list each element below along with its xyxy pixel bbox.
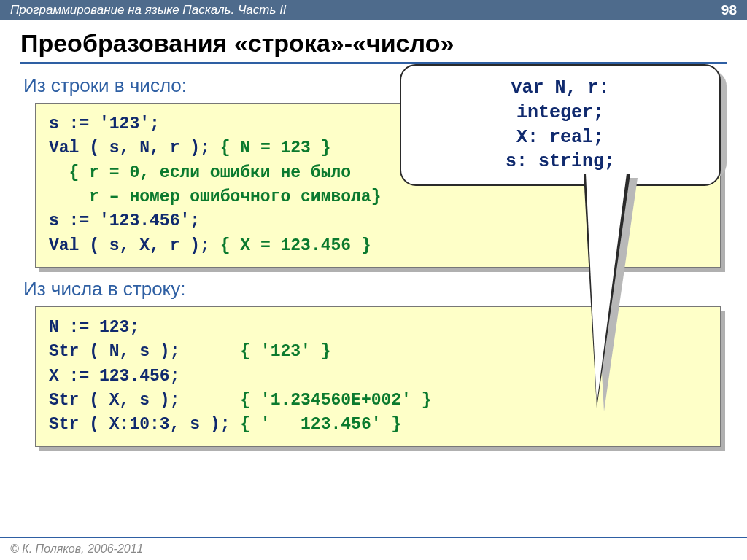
callout-line: var N, r: (416, 76, 705, 101)
callout-line: X: real; (416, 125, 705, 150)
callout: var N, r: integer; X: real; s: string; (400, 64, 728, 186)
callout-line: s: string; (416, 149, 705, 174)
code-comment: { X = 123.456 } (220, 236, 371, 255)
code-line: s := '123.456'; (49, 211, 200, 230)
code-comment: r – номер ошибочного символа} (49, 187, 381, 206)
code-line: , r ); (150, 236, 220, 255)
code-line: X := 123.456; (49, 367, 179, 386)
code-comment: { r = 0, если ошибки не было (49, 163, 351, 182)
code-line: Str ( N, s ); (49, 342, 240, 361)
code-line: Val ( s, (49, 139, 139, 158)
breadcrumb: Программирование на языке Паскаль. Часть… (10, 3, 287, 18)
code-line: , r ); (150, 139, 220, 158)
code-comment: { '123' } (240, 342, 330, 361)
code-comment: { N = 123 } (220, 139, 331, 158)
code-line: Val ( s, (49, 236, 139, 255)
slide-title: Преобразования «строка»-«число» (20, 26, 727, 64)
code-line: Str ( X:10:3, s ); (49, 415, 240, 434)
code-comment: { '1.234560E+002' } (240, 391, 431, 410)
callout-bubble: var N, r: integer; X: real; s: string; (400, 64, 721, 186)
copyright: © К. Поляков, 2006-2011 (10, 542, 143, 555)
callout-line: integer; (416, 101, 705, 125)
code-var: X (139, 236, 150, 255)
page-number: 98 (721, 2, 737, 18)
topbar: Программирование на языке Паскаль. Часть… (0, 0, 747, 20)
code-line: Str ( X, s ); (49, 391, 240, 410)
footer: © К. Поляков, 2006-2011 (0, 537, 747, 560)
code-var: N (139, 139, 150, 158)
code-line: N := 123; (49, 318, 139, 337)
code-comment: { ' 123.456' } (240, 415, 401, 434)
code-line: s := '123'; (49, 114, 160, 133)
